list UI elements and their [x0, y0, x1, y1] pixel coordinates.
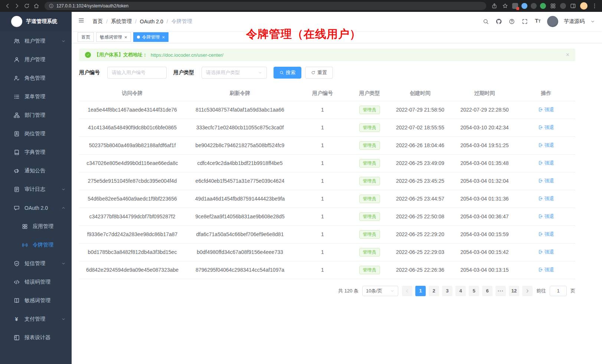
sidebar-item-tenant[interactable]: 租户管理 [0, 32, 72, 50]
breadcrumb-item[interactable]: OAuth 2.0 [140, 19, 163, 24]
search-icon[interactable] [482, 18, 490, 25]
tab-close-icon[interactable]: × [162, 35, 165, 40]
sms-icon [13, 261, 20, 267]
collapse-menu-icon[interactable] [78, 17, 86, 26]
table-row: 6d842e2924594de9a09e45e087323abe8796295f… [79, 261, 575, 279]
reset-button[interactable]: 重置 [305, 67, 333, 79]
force-logout-button[interactable]: 强退 [538, 267, 554, 273]
sidebar-item-sensitive-word[interactable]: 敏感词管理 [0, 291, 72, 310]
site-info-icon[interactable] [49, 3, 54, 9]
sidebar-item-report[interactable]: 报表设计器 [0, 328, 72, 347]
expires-time-cell: 2054-03-04 00:13:15 [452, 261, 517, 279]
page-button-1[interactable]: 1 [415, 286, 426, 296]
url-bar[interactable]: 127.0.0.1:1024/system/oauth2/token [45, 2, 486, 10]
force-logout-button[interactable]: 强退 [538, 178, 554, 184]
column-header: 过期时间 [452, 86, 517, 101]
sidebar-item-oauth2-client[interactable]: 应用管理 [0, 217, 72, 236]
search-button[interactable]: 搜索 [274, 67, 301, 79]
next-page-button[interactable] [522, 286, 533, 296]
user-id-cell: 1 [294, 261, 351, 279]
extension-icon-3[interactable] [531, 3, 537, 9]
help-icon[interactable] [508, 18, 516, 25]
page-button-12[interactable]: 12 [509, 286, 519, 296]
user-type-cell: 管理员 [351, 154, 388, 172]
tab-home[interactable]: 首页 [78, 32, 94, 42]
extension-icon-1[interactable] [512, 3, 518, 9]
side-panel-icon[interactable] [569, 2, 577, 10]
force-logout-button[interactable]: 强退 [538, 160, 554, 166]
page-button-2[interactable]: 2 [429, 286, 439, 296]
goto-page-input[interactable]: 1 [550, 286, 567, 296]
page-button-5[interactable]: 5 [469, 286, 479, 296]
user-id-cell: 1 [294, 136, 351, 154]
force-logout-button[interactable]: 强退 [538, 124, 554, 131]
sidebar-item-dept[interactable]: 部门管理 [0, 106, 72, 125]
action-cell: 强退 [517, 154, 575, 172]
page-size-select[interactable]: 10条/页 [362, 286, 398, 296]
force-logout-button[interactable]: 强退 [538, 195, 554, 202]
sidebar-item-dict[interactable]: 字典管理 [0, 143, 72, 162]
home-icon[interactable] [33, 2, 40, 10]
sidebar-item-post[interactable]: 岗位管理 [0, 125, 72, 143]
page-more-button[interactable]: ··· [495, 286, 506, 296]
force-logout-button[interactable]: 强退 [538, 231, 554, 238]
tab-sensitive-word[interactable]: 敏感词管理× [96, 32, 131, 42]
sidebar-item-audit-log[interactable]: 审计日志 [0, 180, 72, 199]
app-logo[interactable]: 芋道管理系统 [0, 12, 72, 31]
active-tab-dot [137, 36, 140, 39]
sidebar-item-menu[interactable]: 菜单管理 [0, 87, 72, 106]
user-type-cell: 管理员 [351, 261, 388, 279]
logout-icon [538, 161, 543, 165]
tab-close-icon[interactable]: × [124, 35, 127, 40]
page-buttons: 123456···12 [402, 286, 533, 296]
page-button-3[interactable]: 3 [442, 286, 452, 296]
sidebar-item-sms[interactable]: 短信管理 [0, 254, 72, 273]
force-logout-button[interactable]: 强退 [538, 249, 554, 255]
breadcrumb-item[interactable]: 首页 [92, 18, 103, 25]
page-button-4[interactable]: 4 [455, 286, 466, 296]
github-icon[interactable] [495, 18, 503, 25]
user-type-select[interactable]: 请选择用户类型 [202, 67, 267, 79]
forward-icon[interactable] [13, 2, 21, 10]
breadcrumb-item[interactable]: 系统管理 [111, 18, 132, 25]
force-logout-button[interactable]: 强退 [538, 142, 554, 149]
share-icon[interactable] [491, 2, 498, 10]
font-size-icon[interactable]: TT [534, 18, 542, 25]
extension-icon-4[interactable] [540, 3, 546, 9]
user-avatar[interactable] [547, 16, 558, 27]
force-logout-button[interactable]: 强退 [538, 106, 554, 113]
sidebar-item-error-code[interactable]: 错误码管理 [0, 273, 72, 291]
created-time-cell: 2022-06-26 18:04:46 [388, 136, 452, 154]
page-button-6[interactable]: 6 [482, 286, 493, 296]
extension-icon-2[interactable] [521, 3, 527, 9]
sidebar-item-oauth2-token[interactable]: 令牌管理 [0, 236, 72, 254]
back-icon[interactable] [4, 2, 11, 10]
user-id-input[interactable]: 请输入用户编号 [107, 67, 167, 79]
bookmark-star-icon[interactable] [501, 2, 509, 10]
user-id-cell: 1 [294, 154, 351, 172]
sidebar-item-role[interactable]: 角色管理 [0, 69, 72, 87]
force-logout-button[interactable]: 强退 [538, 213, 554, 220]
fullscreen-icon[interactable] [521, 18, 529, 25]
extension-icon-5[interactable] [560, 3, 566, 9]
extensions-puzzle-icon[interactable] [549, 2, 557, 10]
alert-doc-link[interactable]: https://doc.iocoder.cn/user-center/ [151, 52, 223, 58]
tab-token[interactable]: 令牌管理× [133, 32, 169, 42]
access-token-cell: 1ea5e44f8bc1467aaede43144f31de76 [79, 101, 186, 119]
table-row: c347026e805e4d99b0d116eae66eda8ccdfc4ce9… [79, 154, 575, 172]
prev-page-button[interactable] [402, 286, 412, 296]
browser-profile-avatar[interactable] [580, 2, 588, 10]
user-name[interactable]: 芋道源码 [564, 18, 585, 25]
sidebar-item-notice[interactable]: 通知公告 [0, 162, 72, 180]
reload-icon[interactable] [23, 2, 30, 10]
post-icon [13, 131, 20, 137]
alert-close-icon[interactable]: × [566, 52, 569, 58]
sidebar-item-user[interactable]: 用户管理 [0, 50, 72, 69]
user-type-cell: 管理员 [351, 172, 388, 190]
logout-icon [538, 143, 543, 148]
sidebar-item-pay[interactable]: ¥支付管理 [0, 310, 72, 328]
browser-menu-icon[interactable] [591, 2, 598, 10]
breadcrumb-separator: / [106, 19, 108, 24]
sidebar-item-oauth2[interactable]: OAuth 2.0 [0, 199, 72, 217]
user-menu-chevron-down-icon[interactable] [590, 18, 595, 25]
